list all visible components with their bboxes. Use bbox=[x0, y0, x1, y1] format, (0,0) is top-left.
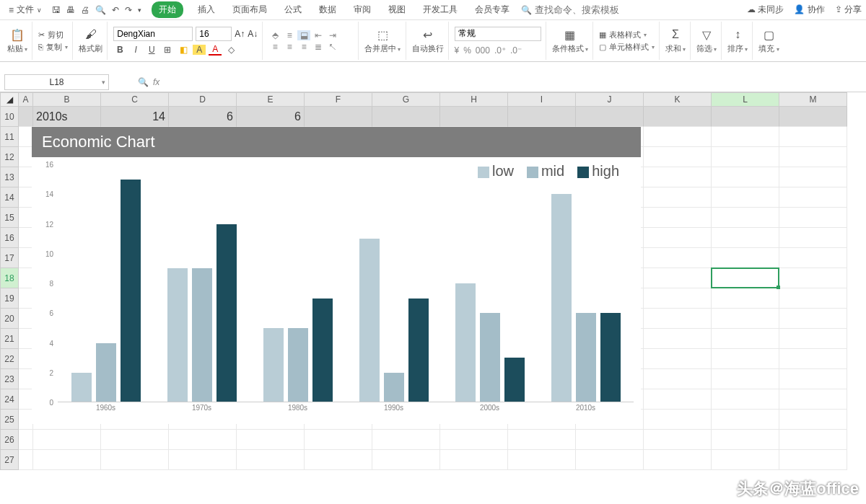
indent-dec-icon[interactable]: ⇤ bbox=[312, 30, 325, 40]
cell-I27[interactable] bbox=[508, 450, 576, 470]
cell-G27[interactable] bbox=[372, 450, 440, 470]
bar-1960s-low[interactable] bbox=[71, 373, 92, 402]
redo-icon[interactable]: ↷ bbox=[125, 5, 132, 15]
cell-A13[interactable] bbox=[19, 167, 33, 187]
cell-M18[interactable] bbox=[779, 268, 847, 288]
table-style-button[interactable]: ▦ 表格样式 bbox=[599, 30, 655, 40]
cell-K27[interactable] bbox=[644, 450, 712, 470]
copy-button[interactable]: ⎘ 复制 bbox=[38, 42, 68, 53]
dec-inc-icon[interactable]: .0⁺ bbox=[494, 45, 506, 56]
cell-M19[interactable] bbox=[779, 288, 847, 309]
cell-B26[interactable] bbox=[33, 430, 101, 450]
bar-1990s-low[interactable] bbox=[359, 239, 380, 402]
cell-M10[interactable] bbox=[779, 107, 847, 127]
bar-1960s-high[interactable] bbox=[121, 180, 141, 402]
align-left-icon[interactable]: ≡ bbox=[268, 42, 281, 52]
file-menu[interactable]: ≡ 文件 ∨ bbox=[4, 2, 46, 17]
cell-L10[interactable] bbox=[712, 107, 779, 127]
row-header-13[interactable]: 13 bbox=[0, 167, 19, 187]
cell-M13[interactable] bbox=[779, 167, 847, 187]
cell-K19[interactable] bbox=[644, 288, 712, 309]
cell-D27[interactable] bbox=[169, 450, 237, 470]
increase-font-icon[interactable]: A↑ bbox=[235, 29, 245, 39]
qat-dropdown-icon[interactable]: ▾ bbox=[138, 6, 141, 14]
tab-review[interactable]: 审阅 bbox=[351, 1, 374, 18]
cell-D26[interactable] bbox=[169, 430, 237, 450]
bar-1990s-high[interactable] bbox=[408, 299, 429, 402]
row-header-21[interactable]: 21 bbox=[0, 329, 19, 349]
row-header-12[interactable]: 12 bbox=[0, 147, 19, 167]
cell-K12[interactable] bbox=[644, 147, 712, 167]
paste-button[interactable]: 📋粘贴 bbox=[7, 27, 27, 54]
embedded-chart[interactable]: Economic Chart lowmidhigh 0246810121416 … bbox=[32, 127, 641, 424]
bar-2010s-low[interactable] bbox=[551, 194, 572, 402]
bar-1980s-low[interactable] bbox=[263, 328, 284, 402]
cell-B27[interactable] bbox=[33, 450, 101, 470]
row-header-14[interactable]: 14 bbox=[0, 187, 19, 208]
cell-C10[interactable]: 14 bbox=[101, 107, 169, 127]
cell-K10[interactable] bbox=[644, 107, 712, 127]
tab-view[interactable]: 视图 bbox=[385, 1, 408, 18]
row-header-17[interactable]: 17 bbox=[0, 248, 19, 268]
cell-K14[interactable] bbox=[644, 187, 712, 208]
comma-icon[interactable]: 000 bbox=[476, 45, 490, 56]
cell-E27[interactable] bbox=[237, 450, 305, 470]
cell-E26[interactable] bbox=[237, 430, 305, 450]
tab-layout[interactable]: 页面布局 bbox=[229, 1, 270, 18]
row-header-10[interactable]: 10 bbox=[0, 107, 19, 127]
cell-K23[interactable] bbox=[644, 369, 712, 389]
row-header-25[interactable]: 25 bbox=[0, 410, 19, 430]
cell-A20[interactable] bbox=[19, 309, 33, 329]
print-icon[interactable]: 🖨 bbox=[81, 5, 89, 15]
cell-J27[interactable] bbox=[576, 450, 644, 470]
cell-A10[interactable] bbox=[19, 107, 33, 127]
fill-color-button[interactable]: ◧ bbox=[177, 45, 190, 55]
cell-A26[interactable] bbox=[19, 430, 33, 450]
font-color-button[interactable]: A bbox=[209, 44, 222, 56]
underline-button[interactable]: U bbox=[145, 45, 158, 55]
col-header-L[interactable]: L bbox=[712, 92, 779, 107]
cell-A21[interactable] bbox=[19, 329, 33, 349]
merge-button[interactable]: ⬚合并居中 bbox=[364, 27, 401, 54]
cut-button[interactable]: ✂ 剪切 bbox=[38, 30, 68, 40]
cell-L27[interactable] bbox=[712, 450, 779, 470]
clear-format-button[interactable]: ◇ bbox=[224, 45, 237, 55]
filter-button[interactable]: ▽筛选 bbox=[696, 27, 717, 54]
align-bot-icon[interactable]: ⬓ bbox=[297, 30, 310, 40]
cell-L19[interactable] bbox=[712, 288, 779, 309]
cell-M25[interactable] bbox=[779, 410, 847, 430]
col-header-A[interactable]: A bbox=[19, 92, 33, 107]
cell-I10[interactable] bbox=[508, 107, 576, 127]
cell-A18[interactable] bbox=[19, 268, 33, 288]
cell-C27[interactable] bbox=[101, 450, 169, 470]
cell-K25[interactable] bbox=[644, 410, 712, 430]
italic-button[interactable]: I bbox=[129, 45, 142, 55]
row-header-22[interactable]: 22 bbox=[0, 349, 19, 369]
cell-K24[interactable] bbox=[644, 389, 712, 410]
share-button[interactable]: ⇪ 分享 bbox=[835, 4, 862, 16]
row-header-26[interactable]: 26 bbox=[0, 430, 19, 450]
justify-icon[interactable]: ≣ bbox=[312, 42, 325, 52]
bar-2010s-high[interactable] bbox=[600, 313, 621, 402]
cell-L12[interactable] bbox=[712, 147, 779, 167]
cell-L15[interactable] bbox=[712, 208, 779, 228]
cell-I26[interactable] bbox=[508, 430, 576, 450]
sort-button[interactable]: ↕排序 bbox=[727, 27, 748, 54]
export-icon[interactable]: 🖶 bbox=[66, 5, 75, 15]
currency-icon[interactable]: ¥ bbox=[455, 45, 460, 56]
bar-1990s-mid[interactable] bbox=[384, 373, 404, 402]
row-header-20[interactable]: 20 bbox=[0, 309, 19, 329]
cell-F10[interactable] bbox=[305, 107, 372, 127]
border-button[interactable]: ⊞ bbox=[161, 45, 174, 55]
tab-member[interactable]: 会员专享 bbox=[472, 1, 512, 18]
undo-icon[interactable]: ↶ bbox=[112, 5, 119, 15]
row-header-16[interactable]: 16 bbox=[0, 228, 19, 248]
cell-A17[interactable] bbox=[19, 248, 33, 268]
align-center-icon[interactable]: ≡ bbox=[283, 42, 296, 52]
cell-L16[interactable] bbox=[712, 228, 779, 248]
align-right-icon[interactable]: ≡ bbox=[297, 42, 310, 52]
cell-K18[interactable] bbox=[644, 268, 712, 288]
bar-1970s-low[interactable] bbox=[167, 268, 188, 402]
cell-K21[interactable] bbox=[644, 329, 712, 349]
row-header-23[interactable]: 23 bbox=[0, 369, 19, 389]
